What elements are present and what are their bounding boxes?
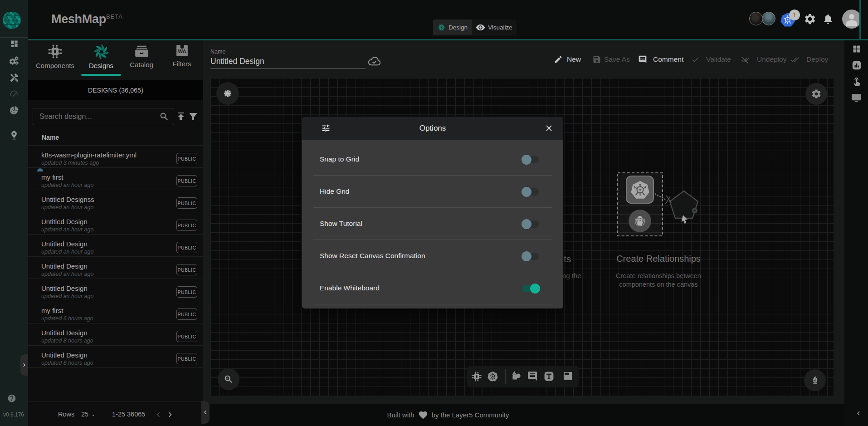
svg-text:WA: WA	[178, 49, 186, 54]
